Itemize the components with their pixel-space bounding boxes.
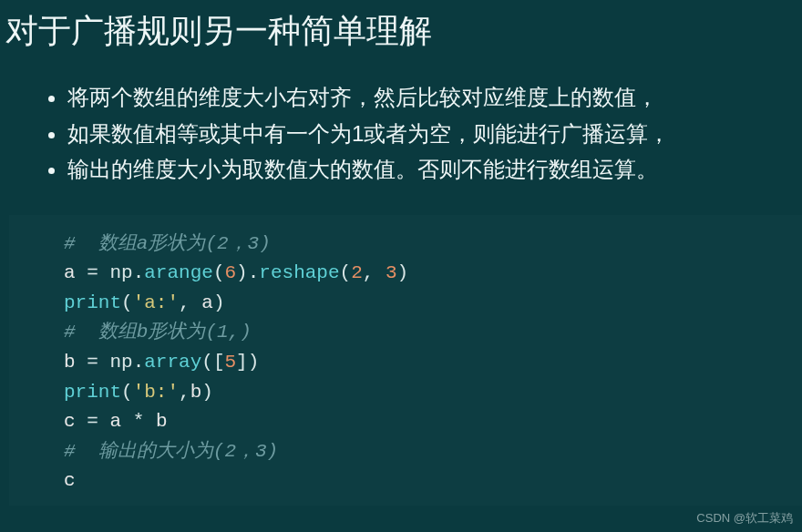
list-item: 输出的维度大小为取数值大的数值。否则不能进行数组运算。 [67, 151, 802, 188]
token-punct: ( [213, 262, 225, 283]
token-punct: . [133, 262, 145, 283]
token-var: b [156, 411, 168, 432]
token-punct: ]) [236, 352, 259, 373]
token-comment: # 数组a形状为(2，3) [64, 233, 271, 254]
token-ns: np [109, 262, 132, 283]
token-punct: ) [213, 292, 225, 313]
token-punct: , [179, 382, 190, 403]
code-line: c [64, 466, 802, 496]
token-comment: # 输出的大小为(2，3) [64, 441, 278, 462]
token-punct: , [363, 262, 386, 283]
token-var: c [64, 411, 87, 432]
token-var: c [64, 470, 76, 491]
code-line: print('b:',b) [64, 378, 802, 408]
token-punct: ) [397, 262, 409, 283]
token-str: 'b:' [133, 382, 179, 403]
token-op: = [87, 411, 109, 432]
token-op: = [87, 352, 109, 373]
token-punct: ( [340, 262, 352, 283]
token-op: * [133, 411, 156, 432]
token-punct: ([ [201, 352, 224, 373]
code-line: print('a:', a) [64, 289, 802, 319]
token-func: arange [144, 262, 213, 283]
watermark: CSDN @软工菜鸡 [696, 510, 793, 527]
token-var: a [201, 292, 213, 313]
code-comment-line: # 数组a形状为(2，3) [64, 230, 802, 260]
token-num: 6 [225, 262, 237, 283]
token-comment: # 数组b形状为(1,) [64, 322, 252, 343]
bullet-list: 将两个数组的维度大小右对齐，然后比较对应维度上的数值， 如果数值相等或其中有一个… [0, 70, 802, 215]
token-punct: ( [121, 382, 133, 403]
list-item: 如果数值相等或其中有一个为1或者为空，则能进行广播运算， [67, 116, 802, 152]
token-var: b [64, 352, 87, 373]
token-func: reshape [259, 262, 339, 283]
token-func: array [144, 352, 201, 373]
code-line: c = a * b [64, 407, 802, 437]
list-item: 将两个数组的维度大小右对齐，然后比较对应维度上的数值， [67, 79, 802, 116]
code-comment-line: # 数组b形状为(1,) [64, 318, 802, 348]
token-str: 'a:' [133, 292, 179, 313]
token-func: print [64, 382, 121, 403]
token-var: b [190, 382, 202, 403]
token-punct: . [133, 352, 145, 373]
token-var: a [109, 411, 132, 432]
token-punct: , [179, 292, 201, 313]
token-ns: np [109, 352, 132, 373]
token-punct: . [248, 262, 260, 283]
code-line: b = np.array([5]) [64, 348, 802, 378]
token-punct: ) [236, 262, 248, 283]
token-op: = [87, 262, 109, 283]
token-func: print [64, 292, 121, 313]
token-punct: ) [201, 382, 213, 403]
page-title: 对于广播规则另一种简单理解 [0, 0, 802, 70]
token-punct: ( [121, 292, 133, 313]
code-block: # 数组a形状为(2，3)a = np.arange(6).reshape(2,… [9, 215, 802, 506]
code-comment-line: # 输出的大小为(2，3) [64, 437, 802, 467]
token-num: 2 [351, 262, 363, 283]
token-var: a [64, 262, 87, 283]
code-line: a = np.arange(6).reshape(2, 3) [64, 259, 802, 289]
token-num: 5 [225, 352, 237, 373]
token-num: 3 [386, 262, 397, 283]
